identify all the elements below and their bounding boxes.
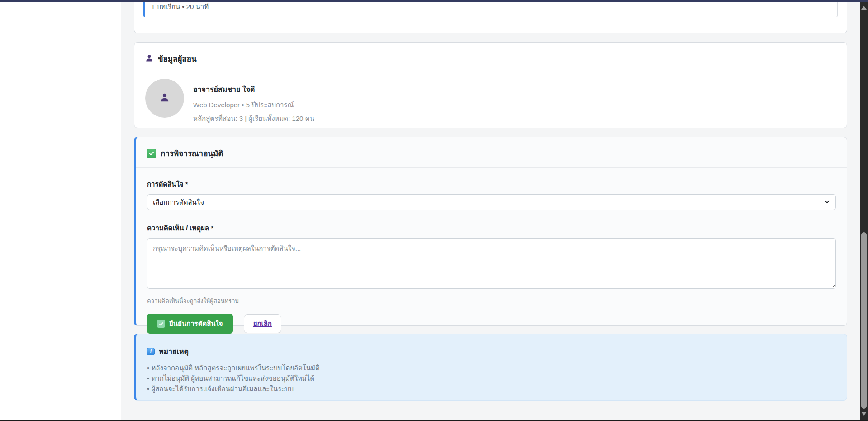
check-square-icon [147, 149, 156, 158]
top-window-edge [0, 0, 868, 2]
decision-select-wrap: เลือกการตัดสินใจ [147, 194, 836, 210]
confirm-decision-label: ยืนยันการตัดสินใจ [169, 318, 223, 329]
instructor-meta: อาจารย์สมชาย ใจดี Web Developer • 5 ปีปร… [193, 79, 314, 124]
approval-form: การตัดสินใจ * เลือกการตัดสินใจ ความคิดเห… [136, 168, 847, 344]
decision-label: การตัดสินใจ * [147, 179, 836, 190]
instructor-card: ข้อมูลผู้สอน อาจารย์สมชาย ใจดี Web Devel… [134, 42, 847, 128]
sidebar [0, 2, 121, 420]
instructor-card-title: ข้อมูลผู้สอน [158, 53, 197, 65]
lesson-meta: 1 บทเรียน • 20 นาที [151, 1, 209, 12]
scroll-down-button[interactable] [860, 410, 868, 418]
note-bullet: • ผู้สอนจะได้รับการแจ้งเตือนผ่านอีเมลและ… [147, 383, 836, 394]
confirm-decision-button[interactable]: ยืนยันการตัดสินใจ [147, 314, 233, 334]
avatar-person-icon [160, 92, 170, 104]
instructor-card-header: ข้อมูลผู้สอน [134, 43, 847, 73]
instructor-stats: หลักสูตรที่สอน: 3 | ผู้เรียนทั้งหมด: 120… [193, 113, 314, 124]
approval-card-header: การพิจารณาอนุมัติ [136, 137, 847, 168]
approval-card-title: การพิจารณาอนุมัติ [161, 147, 223, 159]
avatar [145, 79, 184, 118]
note-card-header: i หมายเหตุ [147, 346, 836, 357]
cancel-button[interactable]: ยกเลิก [244, 314, 281, 333]
note-card-title: หมายเหตุ [159, 346, 189, 357]
comment-label: ความคิดเห็น / เหตุผล * [147, 223, 836, 234]
vertical-scrollbar[interactable] [860, 2, 868, 420]
note-bullet: • หลังจากอนุมัติ หลักสูตรจะถูกเผยแพร่ในร… [147, 363, 836, 373]
comment-helper-text: ความคิดเห็นนี้จะถูกส่งให้ผู้สอนทราบ [147, 296, 836, 306]
decision-select[interactable]: เลือกการตัดสินใจ [147, 194, 836, 210]
button-check-icon [157, 320, 165, 328]
person-icon [145, 54, 153, 64]
scroll-up-button[interactable] [860, 4, 868, 12]
scroll-down-icon [861, 412, 867, 416]
scrollbar-thumb[interactable] [861, 232, 867, 409]
note-bullets: • หลังจากอนุมัติ หลักสูตรจะถูกเผยแพร่ในร… [147, 363, 836, 394]
scroll-up-icon [861, 6, 867, 10]
comment-textarea[interactable] [147, 238, 836, 289]
info-icon: i [147, 348, 155, 355]
lesson-item[interactable]: 1 บทเรียน • 20 นาที [143, 0, 838, 17]
screen: 1 บทเรียน • 20 นาที ข้อมูลผู้สอน อาจารย์… [0, 0, 868, 421]
approval-card: การพิจารณาอนุมัติ การตัดสินใจ * เลือกการ… [134, 137, 847, 326]
instructor-name: อาจารย์สมชาย ใจดี [193, 84, 314, 95]
lessons-card: 1 บทเรียน • 20 นาที [134, 0, 847, 33]
instructor-role: Web Developer • 5 ปีประสบการณ์ [193, 100, 314, 110]
note-bullet: • หากไม่อนุมัติ ผู้สอนสามารถแก้ไขและส่งข… [147, 373, 836, 383]
instructor-body: อาจารย์สมชาย ใจดี Web Developer • 5 ปีปร… [134, 73, 847, 135]
button-row: ยืนยันการตัดสินใจ ยกเลิก [147, 314, 836, 334]
note-card: i หมายเหตุ • หลังจากอนุมัติ หลักสูตรจะถู… [134, 334, 847, 401]
